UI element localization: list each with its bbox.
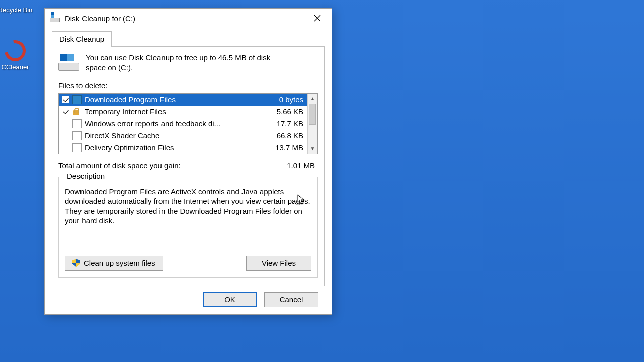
description-legend: Description — [64, 172, 108, 180]
window-title: Disk Cleanup for (C:) — [65, 14, 306, 23]
scroll-track[interactable] — [308, 104, 317, 144]
button-label: Clean up system files — [84, 259, 155, 267]
desktop-icon-recycle-bin[interactable]: Recycle Bin — [0, 0, 35, 14]
desktop-icon-label: Recycle Bin — [0, 6, 35, 14]
scroll-down-button[interactable]: ▼ — [308, 144, 317, 154]
description-text: Downloaded Program Files are ActiveX con… — [65, 187, 311, 226]
file-checkbox[interactable] — [62, 108, 69, 115]
file-list-row[interactable]: Delivery Optimization Files13.7 MB — [59, 142, 307, 154]
file-name: Delivery Optimization Files — [85, 143, 263, 152]
file-checkbox[interactable] — [62, 144, 69, 151]
disk-cleanup-icon — [58, 54, 79, 71]
clean-system-files-button[interactable]: Clean up system files — [65, 256, 163, 271]
titlebar[interactable]: Disk Cleanup for (C:) — [45, 9, 332, 28]
file-list: Downloaded Program Files0 bytesTemporary… — [58, 93, 318, 154]
file-list-row[interactable]: Windows error reports and feedback di...… — [59, 118, 307, 130]
desktop-icon-ccleaner[interactable]: CCleaner — [0, 40, 35, 71]
close-icon — [314, 15, 321, 22]
file-size: 66.8 KB — [263, 131, 303, 140]
ok-button[interactable]: OK — [203, 292, 257, 307]
file-icon — [72, 131, 82, 140]
folder-blue-icon — [72, 95, 82, 104]
file-name: Temporary Internet Files — [85, 107, 263, 116]
button-label: View Files — [262, 259, 296, 267]
files-to-delete-label: Files to delete: — [58, 81, 318, 90]
intro-text: You can use Disk Cleanup to free up to 4… — [86, 53, 292, 73]
file-size: 0 bytes — [263, 95, 303, 104]
file-size: 5.66 KB — [263, 107, 303, 116]
disk-cleanup-dialog: Disk Cleanup for (C:) Disk Cleanup You c… — [44, 8, 332, 315]
drive-icon — [50, 14, 60, 22]
total-label: Total amount of disk space you gain: — [58, 161, 181, 170]
file-name: Windows error reports and feedback di... — [85, 119, 263, 128]
uac-shield-icon — [72, 259, 80, 267]
recycle-bin-icon — [3, 0, 27, 4]
file-list-row[interactable]: Temporary Internet Files5.66 KB — [59, 106, 307, 118]
file-checkbox[interactable] — [62, 132, 69, 139]
close-button[interactable] — [306, 11, 329, 26]
file-icon — [72, 119, 82, 128]
scroll-thumb[interactable] — [309, 104, 316, 125]
file-size: 13.7 MB — [263, 143, 303, 152]
file-list-row[interactable]: DirectX Shader Cache66.8 KB — [59, 130, 307, 142]
total-value: 1.01 MB — [287, 161, 315, 170]
lock-icon — [72, 107, 82, 116]
ccleaner-icon — [1, 36, 30, 65]
file-size: 17.7 KB — [263, 119, 303, 128]
file-list-row[interactable]: Downloaded Program Files0 bytes — [59, 94, 307, 106]
file-name: Downloaded Program Files — [85, 95, 263, 104]
cancel-button[interactable]: Cancel — [264, 292, 318, 307]
scroll-up-button[interactable]: ▲ — [308, 94, 317, 104]
button-label: OK — [224, 295, 235, 304]
file-checkbox[interactable] — [62, 96, 69, 103]
description-group: Description Downloaded Program Files are… — [58, 177, 318, 278]
button-label: Cancel — [280, 295, 303, 304]
view-files-button[interactable]: View Files — [246, 256, 311, 271]
file-icon — [72, 143, 82, 152]
file-checkbox[interactable] — [62, 120, 69, 127]
scrollbar-vertical[interactable]: ▲ ▼ — [307, 94, 317, 154]
tab-disk-cleanup[interactable]: Disk Cleanup — [52, 31, 112, 47]
desktop-icon-label: CCleaner — [0, 63, 35, 71]
tab-panel: You can use Disk Cleanup to free up to 4… — [52, 46, 325, 286]
file-name: DirectX Shader Cache — [85, 131, 263, 140]
